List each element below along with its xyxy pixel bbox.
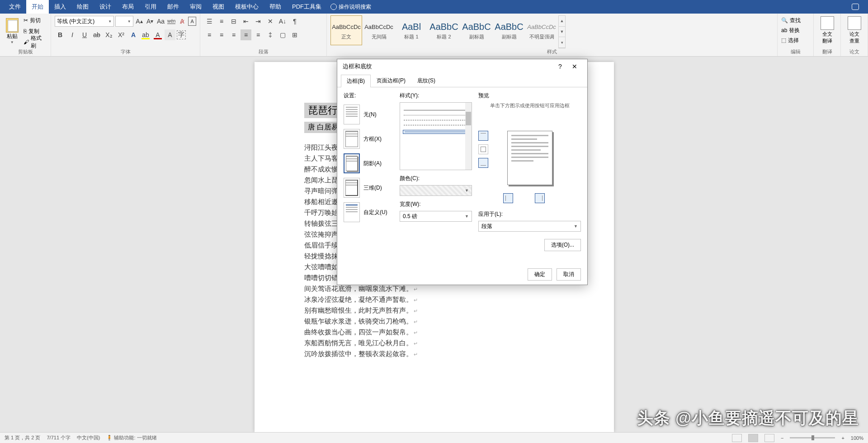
- paper-check-button[interactable]: 论文 查重: [844, 15, 864, 45]
- style-subtle-emphasis[interactable]: AaBbCcDc不明显强调: [526, 15, 557, 45]
- doc-line[interactable]: 沉吟放拨插弦中，整顿衣裳起敛容。: [304, 348, 564, 359]
- shading-button[interactable]: ▢: [277, 29, 288, 40]
- cancel-button[interactable]: 取消: [557, 268, 581, 281]
- bold-button[interactable]: B: [55, 29, 66, 40]
- line-style-list[interactable]: [400, 102, 472, 170]
- menu-templates[interactable]: 模板中心: [230, 0, 264, 14]
- dialog-help-button[interactable]: ?: [553, 63, 567, 70]
- menu-draw[interactable]: 绘图: [71, 0, 94, 14]
- tab-page-border[interactable]: 页面边框(P): [371, 74, 411, 87]
- doc-line[interactable]: 东船西舫悄无言，唯见江心秋月白。: [304, 338, 564, 348]
- cut-button[interactable]: ✂剪切: [22, 15, 47, 25]
- view-web-button[interactable]: [764, 434, 774, 442]
- font-color-button[interactable]: A: [152, 29, 163, 40]
- doc-line[interactable]: 银瓶乍破水浆迸，铁骑突出刀枪鸣。: [304, 316, 564, 327]
- tell-me-search[interactable]: 操作说明搜索: [330, 3, 371, 11]
- edge-bottom-button[interactable]: [478, 158, 488, 168]
- align-center-button[interactable]: ≡: [216, 29, 227, 40]
- apply-to-combo[interactable]: 段落▼: [478, 221, 581, 232]
- numbering-button[interactable]: ≡: [216, 16, 227, 27]
- doc-line[interactable]: 别有幽愁暗恨生，此时无声胜有声。: [304, 305, 564, 316]
- setting-custom[interactable]: 自定义(U): [344, 200, 393, 224]
- asian-layout-button[interactable]: ✕: [265, 16, 276, 27]
- style-subtitle2[interactable]: AaBbC副标题: [493, 15, 525, 45]
- edge-left-button[interactable]: [503, 193, 513, 203]
- style-heading2[interactable]: AaBbC标题 2: [428, 15, 460, 45]
- view-print-button[interactable]: [748, 434, 758, 442]
- superscript-button[interactable]: X²: [116, 29, 127, 40]
- sort-button[interactable]: A↓: [277, 16, 288, 27]
- italic-button[interactable]: I: [67, 29, 78, 40]
- menu-pdf-tools[interactable]: PDF工具集: [287, 0, 327, 14]
- strike-button[interactable]: ab: [91, 29, 102, 40]
- multilevel-button[interactable]: ⊟: [228, 16, 239, 27]
- view-read-button[interactable]: [732, 434, 742, 442]
- edge-hmid-button[interactable]: [478, 144, 488, 154]
- line-spacing-button[interactable]: ‡: [265, 29, 276, 40]
- format-painter-button[interactable]: 🖌格式刷: [22, 37, 47, 47]
- gallery-up-button[interactable]: ▲: [559, 16, 565, 27]
- menu-mailings[interactable]: 邮件: [162, 0, 184, 14]
- font-size-combo[interactable]: ▼: [115, 16, 133, 27]
- font-name-combo[interactable]: 等线 (中文正文)▼: [55, 16, 114, 27]
- borders-button[interactable]: ⊞: [289, 29, 300, 40]
- justify-button[interactable]: ≡: [241, 29, 251, 40]
- find-button[interactable]: 🔍查找: [781, 15, 810, 25]
- doc-line[interactable]: 冰泉冷涩弦凝绝，凝绝不通声暂歇。: [304, 294, 564, 305]
- menu-design[interactable]: 设计: [94, 0, 117, 14]
- text-effects-button[interactable]: A: [128, 29, 139, 40]
- menu-layout[interactable]: 布局: [117, 0, 139, 14]
- style-scrollbar[interactable]: [465, 103, 472, 170]
- translate-button[interactable]: 全文 翻译: [817, 15, 837, 45]
- style-subtitle[interactable]: AaBbC副标题: [461, 15, 492, 45]
- zoom-out-button[interactable]: −: [781, 435, 783, 441]
- zoom-in-button[interactable]: +: [841, 435, 844, 441]
- char-shading-button[interactable]: A: [165, 29, 175, 40]
- char-border-button[interactable]: 字: [177, 30, 186, 39]
- color-combo[interactable]: ▼: [400, 185, 472, 196]
- align-right-button[interactable]: ≡: [228, 29, 239, 40]
- setting-shadow[interactable]: 阴影(A): [344, 151, 393, 176]
- zoom-level[interactable]: 100%: [851, 435, 863, 441]
- setting-box[interactable]: 方框(X): [344, 127, 393, 151]
- grow-font-button[interactable]: A▴: [135, 16, 144, 27]
- doc-title[interactable]: 琵琶行: [304, 103, 341, 118]
- dialog-titlebar[interactable]: 边框和底纹 ? ✕: [337, 59, 587, 74]
- tab-borders[interactable]: 边框(B): [341, 75, 371, 87]
- gallery-more-button[interactable]: ▾: [559, 37, 565, 48]
- dialog-close-button[interactable]: ✕: [567, 63, 582, 70]
- width-combo[interactable]: 0.5 磅▼: [400, 211, 472, 222]
- setting-none[interactable]: 无(N): [344, 102, 393, 127]
- tab-shading[interactable]: 底纹(S): [411, 74, 441, 87]
- show-marks-button[interactable]: ¶: [289, 16, 300, 27]
- distribute-button[interactable]: ≡: [253, 29, 264, 40]
- gallery-down-button[interactable]: ▼: [559, 27, 565, 38]
- increase-indent-button[interactable]: ⇥: [253, 16, 264, 27]
- change-case-button[interactable]: Aa: [156, 16, 165, 27]
- align-left-button[interactable]: ≡: [204, 29, 215, 40]
- menu-home[interactable]: 开始: [26, 0, 49, 14]
- replace-button[interactable]: ab替换: [781, 25, 810, 35]
- edge-right-button[interactable]: [535, 193, 545, 203]
- menu-help[interactable]: 帮助: [264, 0, 287, 14]
- decrease-indent-button[interactable]: ⇤: [241, 16, 251, 27]
- highlight-button[interactable]: ab: [140, 29, 151, 40]
- doc-line[interactable]: 曲终收拨当心画，四弦一声如裂帛。: [304, 327, 564, 338]
- style-heading1[interactable]: AaBl标题 1: [396, 15, 427, 45]
- status-page[interactable]: 第 1 页，共 2 页: [5, 434, 40, 441]
- menu-insert[interactable]: 插入: [49, 0, 71, 14]
- setting-3d[interactable]: 三维(D): [344, 176, 393, 200]
- ok-button[interactable]: 确定: [528, 268, 552, 281]
- status-language[interactable]: 中文(中国): [77, 434, 100, 441]
- bullets-button[interactable]: ☰: [204, 16, 215, 27]
- menu-references[interactable]: 引用: [139, 0, 162, 14]
- subscript-button[interactable]: X₂: [104, 29, 114, 40]
- shrink-font-button[interactable]: A▾: [145, 16, 155, 27]
- menu-file[interactable]: 文件: [4, 0, 26, 14]
- clear-format-button[interactable]: A̷: [178, 16, 187, 27]
- status-accessibility[interactable]: 🧍 辅助功能: 一切就绪: [106, 434, 156, 441]
- phonetic-guide-button[interactable]: wén: [167, 16, 176, 27]
- menu-review[interactable]: 审阅: [184, 0, 207, 14]
- options-button[interactable]: 选项(O)...: [544, 239, 581, 251]
- status-words[interactable]: 7/711 个字: [47, 434, 71, 441]
